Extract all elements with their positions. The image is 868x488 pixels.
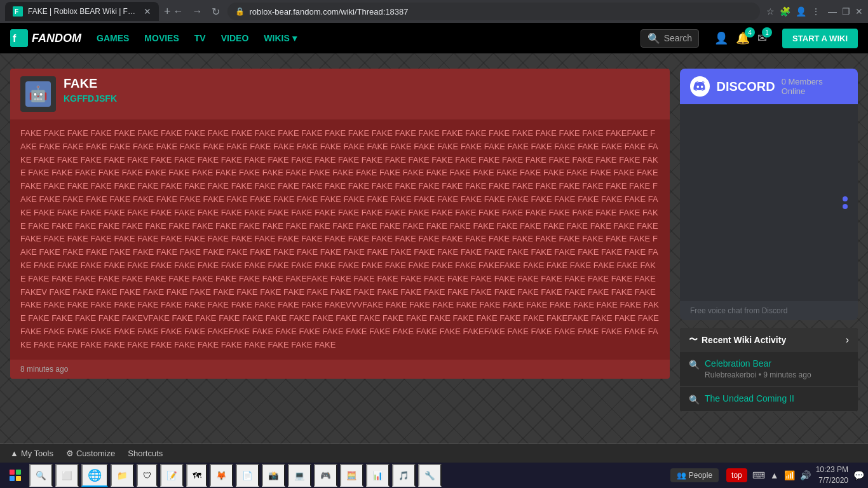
taskbar-app4-button[interactable]: 📝 (160, 464, 184, 487)
window-controls: — ❐ ✕ (828, 6, 863, 17)
nav-games[interactable]: GAMES (97, 33, 129, 43)
fandom-logo-icon: f (10, 29, 28, 47)
reload-button[interactable]: ↻ (209, 3, 222, 20)
activity-icon: 〜 (689, 334, 698, 346)
back-button[interactable]: ← (171, 3, 186, 20)
start-wiki-button[interactable]: START A WIKI (782, 29, 858, 48)
profile-button[interactable]: 👤 (796, 6, 806, 17)
taskbar-app13-button[interactable]: 🎵 (392, 464, 416, 487)
svg-rect-6 (10, 476, 15, 481)
search-label: Search (664, 33, 692, 43)
tab-close-button[interactable]: ✕ (144, 6, 151, 17)
post-title: FAKE (64, 76, 117, 91)
notification-tray-icon[interactable]: 💬 (853, 470, 864, 480)
top-button[interactable]: top (726, 468, 747, 482)
user-avatar-icon: 👤 (714, 32, 728, 44)
close-button[interactable]: ✕ (855, 6, 863, 17)
taskbar-app7-icon: 📄 (242, 471, 253, 480)
wiki-activity-expand[interactable]: › (846, 334, 849, 346)
taskbar-app6-icon: 🦊 (216, 471, 227, 480)
taskbar-app8-button[interactable]: 📸 (262, 464, 285, 487)
fandom-navbar: f FANDOM GAMES MOVIES TV VIDEO WIKIS ▾ 🔍… (0, 23, 868, 53)
post-title-section: FAKE KGFFDJSFK (64, 76, 117, 104)
taskbar-chrome-button[interactable]: 🌐 (81, 464, 108, 487)
taskbar-search-button[interactable]: 🔍 (29, 464, 53, 487)
taskbar-app5-button[interactable]: 🗺 (186, 464, 207, 487)
bottom-toolbar: ▲ My Tools ⚙ Customize Shortcuts (0, 444, 868, 463)
post-avatar: 🤖 (20, 76, 56, 112)
taskbar-app11-button[interactable]: 🧮 (340, 464, 363, 487)
search-icon: 🔍 (648, 32, 660, 44)
people-button[interactable]: 👥 People (670, 468, 719, 482)
nav-tv[interactable]: TV (194, 33, 206, 43)
up-arrow-tray-icon[interactable]: ▲ (770, 470, 779, 480)
wiki-activity-content-2: The Undead Coming II (705, 393, 794, 403)
taskbar-app4-icon: 📝 (166, 471, 177, 480)
tab-favicon: F (13, 6, 23, 17)
my-tools-button[interactable]: ▲ My Tools (10, 449, 53, 458)
post-author[interactable]: KGFFDJSFK (64, 93, 117, 104)
wiki-activity-link-2[interactable]: The Undead Coming II (705, 393, 794, 403)
notifications-button[interactable]: 🔔 4 (736, 31, 750, 45)
lock-icon: 🔒 (235, 7, 245, 16)
taskbar-app9-icon: 💻 (294, 471, 305, 480)
taskbar-app7-button[interactable]: 📄 (236, 464, 259, 487)
taskbar-explorer-button[interactable]: 📁 (111, 464, 134, 487)
start-button[interactable] (4, 464, 27, 487)
network-icon[interactable]: 📶 (784, 470, 795, 480)
svg-rect-4 (10, 470, 15, 475)
discord-dot-1 (843, 196, 848, 201)
extensions-button[interactable]: 🧩 (780, 6, 790, 17)
taskbar-clock: 10:23 PM 7/7/2020 (816, 464, 848, 486)
taskbar-tray: 👥 People top ⌨ ▲ 📶 🔊 10:23 PM 7/7/2020 💬 (670, 464, 864, 486)
bookmark-button[interactable]: ☆ (766, 6, 775, 17)
taskbar-app10-icon: 🎮 (320, 471, 331, 480)
browser-frame: F FAKE | Roblox BEAR Wiki | Fando... ✕ +… (0, 0, 868, 23)
taskbar-app3-button[interactable]: 🛡 (137, 464, 158, 487)
discord-card: DISCORD 0 Members Online Free voice chat… (680, 69, 858, 320)
customize-button[interactable]: ⚙ Customize (66, 449, 115, 458)
content-area: 🤖 FAKE KGFFDJSFK FAKE FAKE FAKE FAKE FAK… (0, 53, 868, 488)
address-bar[interactable]: 🔒 roblox-bear.fandom.com/wiki/Thread:183… (227, 3, 760, 20)
fandom-logo[interactable]: f FANDOM (10, 29, 81, 47)
new-tab-button[interactable]: + (164, 5, 171, 18)
maximize-button[interactable]: ❐ (842, 6, 850, 17)
taskbar-search-icon: 🔍 (36, 471, 46, 480)
nav-movies[interactable]: MOVIES (144, 33, 179, 43)
search-bar[interactable]: 🔍 Search (641, 29, 699, 48)
menu-button[interactable]: ⋮ (811, 6, 820, 17)
messages-button[interactable]: ✉ 1 (757, 31, 767, 45)
gear-icon: ⚙ (66, 449, 74, 458)
wiki-activity-meta-1: Rulebreakerboi • 9 minutes ago (705, 370, 811, 379)
volume-icon[interactable]: 🔊 (800, 470, 811, 480)
svg-text:f: f (13, 33, 17, 44)
taskbar-app5-icon: 🗺 (193, 471, 201, 480)
nav-video[interactable]: VIDEO (221, 33, 249, 43)
wiki-activity-link-1[interactable]: Celebration Bear (705, 358, 811, 369)
user-profile-button[interactable]: 👤 (714, 31, 728, 45)
discord-body (680, 104, 858, 301)
taskbar-app14-icon: 🔧 (424, 471, 435, 480)
forward-button[interactable]: → (190, 3, 205, 20)
taskbar-task-view-button[interactable]: ⬜ (55, 464, 79, 487)
address-text: roblox-bear.fandom.com/wiki/Thread:18387 (250, 7, 752, 17)
browser-tab[interactable]: F FAKE | Roblox BEAR Wiki | Fando... ✕ (5, 2, 159, 21)
taskbar-app12-icon: 📊 (372, 471, 383, 480)
notification-badge: 4 (745, 27, 755, 37)
taskbar-app14-button[interactable]: 🔧 (418, 464, 442, 487)
taskbar-chrome-icon: 🌐 (88, 468, 102, 482)
shortcuts-button[interactable]: Shortcuts (128, 449, 163, 458)
keyboard-icon[interactable]: ⌨ (752, 470, 765, 480)
taskbar-app9-button[interactable]: 💻 (288, 464, 311, 487)
minimize-button[interactable]: — (828, 6, 837, 17)
taskbar-app12-button[interactable]: 📊 (366, 464, 390, 487)
taskbar-app10-button[interactable]: 🎮 (314, 464, 337, 487)
svg-text:F: F (15, 8, 18, 15)
taskbar-app11-icon: 🧮 (346, 471, 357, 480)
nav-wikis[interactable]: WIKIS ▾ (264, 33, 296, 43)
taskbar-app6-button[interactable]: 🦊 (210, 464, 233, 487)
taskbar-app8-icon: 📸 (268, 471, 279, 480)
svg-rect-7 (16, 476, 21, 481)
fandom-logo-text: FANDOM (32, 32, 81, 45)
avatar-image: 🤖 (25, 81, 51, 107)
